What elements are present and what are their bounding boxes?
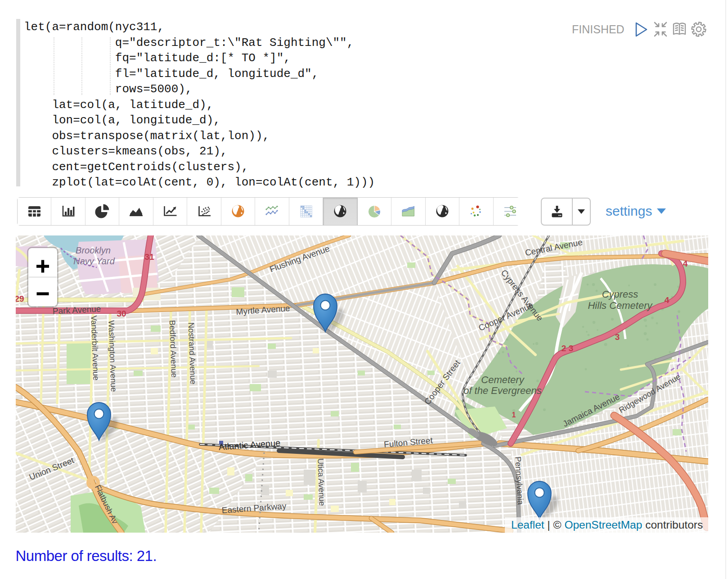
svg-text:29: 29 [16,294,24,303]
svg-text:4: 4 [665,295,670,305]
svg-text:Utica Avenue: Utica Avenue [316,458,327,506]
svg-text:Cemetery: Cemetery [481,374,525,385]
svg-text:Navy Yard: Navy Yard [73,256,115,266]
svg-text:31: 31 [144,252,154,262]
svg-text:Brooklyn: Brooklyn [76,245,111,255]
svg-text:Leaflet | © OpenStreetMap cont: Leaflet | © OpenStreetMap contributors [511,519,703,531]
svg-text:of the Evergreens: of the Evergreens [463,385,542,396]
svg-text:4: 4 [683,259,688,268]
svg-text:30: 30 [117,309,126,318]
svg-text:1: 1 [512,411,516,419]
svg-text:3: 3 [615,332,620,342]
svg-text:2 3: 2 3 [562,344,573,353]
svg-text:Cypress: Cypress [602,289,638,300]
svg-text:Hills Cemetery: Hills Cemetery [588,300,653,311]
